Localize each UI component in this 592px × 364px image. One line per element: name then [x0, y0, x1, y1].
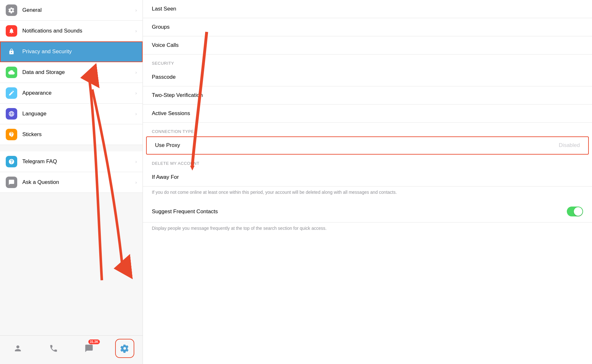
- settings-row-active-sessions[interactable]: Active Sessions: [143, 105, 592, 123]
- sidebar-items-list: General › Notifications and Sounds › Pri…: [0, 0, 143, 335]
- sidebar-item-label-general: General: [22, 7, 135, 13]
- data-icon: [6, 67, 17, 78]
- bottom-settings-button[interactable]: [115, 339, 134, 358]
- delete-account-section-header: DELETE MY ACCOUNT: [143, 155, 592, 168]
- settings-row-if-away[interactable]: If Away For: [143, 168, 592, 186]
- active-sessions-label: Active Sessions: [152, 110, 583, 117]
- settings-row-passcode[interactable]: Passcode: [143, 68, 592, 86]
- sidebar: General › Notifications and Sounds › Pri…: [0, 0, 143, 364]
- settings-list: Last Seen Groups Voice Calls SECURITY Pa…: [143, 0, 592, 237]
- chevron-icon-data: ›: [135, 70, 137, 75]
- sidebar-item-language[interactable]: Language ›: [0, 104, 143, 124]
- privacy-icon: [6, 46, 17, 57]
- stickers-icon: [6, 129, 17, 140]
- settings-row-last-seen[interactable]: Last Seen: [143, 0, 592, 18]
- voice-calls-label: Voice Calls: [152, 42, 583, 48]
- passcode-label: Passcode: [152, 74, 583, 80]
- main-content: Last Seen Groups Voice Calls SECURITY Pa…: [143, 0, 592, 364]
- faq-icon: [6, 156, 17, 167]
- ask-icon: [6, 177, 17, 188]
- bottom-profile-button[interactable]: [8, 339, 27, 358]
- two-step-label: Two-Step Verification: [152, 92, 583, 98]
- sidebar-item-data[interactable]: Data and Storage ›: [0, 62, 143, 83]
- language-icon: [6, 108, 17, 120]
- sidebar-item-label-language: Language: [22, 111, 135, 117]
- sidebar-item-label-faq: Telegram FAQ: [22, 158, 135, 165]
- sidebar-item-notifications[interactable]: Notifications and Sounds ›: [0, 21, 143, 41]
- chevron-icon-appearance: ›: [135, 91, 137, 96]
- sidebar-item-label-notifications: Notifications and Sounds: [22, 28, 135, 34]
- connection-type-section-header: CONNECTION TYPE: [143, 123, 592, 136]
- sidebar-item-ask[interactable]: Ask a Question ›: [0, 172, 143, 193]
- last-seen-label: Last Seen: [152, 6, 583, 12]
- settings-row-use-proxy[interactable]: Use Proxy Disabled: [146, 136, 589, 155]
- settings-row-groups[interactable]: Groups: [143, 18, 592, 36]
- chevron-icon-notifications: ›: [135, 28, 137, 33]
- suggest-contacts-toggle[interactable]: [567, 207, 583, 216]
- sidebar-item-label-appearance: Appearance: [22, 90, 135, 96]
- notifications-icon: [6, 25, 17, 37]
- chevron-icon-general: ›: [135, 8, 137, 13]
- bottom-messages-button[interactable]: 31.3K: [79, 339, 99, 358]
- sidebar-item-general[interactable]: General ›: [0, 0, 143, 21]
- suggest-contacts-description: Display people you message frequently at…: [143, 222, 592, 237]
- settings-row-suggest-contacts[interactable]: Suggest Frequent Contacts: [143, 201, 592, 222]
- settings-row-two-step[interactable]: Two-Step Verification: [143, 86, 592, 105]
- message-badge: 31.3K: [88, 339, 100, 344]
- appearance-icon: [6, 87, 17, 99]
- use-proxy-label: Use Proxy: [155, 142, 559, 149]
- sidebar-item-faq[interactable]: Telegram FAQ ›: [0, 151, 143, 172]
- settings-row-voice-calls[interactable]: Voice Calls: [143, 36, 592, 55]
- sidebar-item-label-ask: Ask a Question: [22, 179, 135, 186]
- if-away-description: If you do not come online at least once …: [143, 186, 592, 201]
- general-icon: [6, 4, 17, 16]
- security-section-header: SECURITY: [143, 55, 592, 68]
- chevron-icon-ask: ›: [135, 180, 137, 185]
- sidebar-item-appearance[interactable]: Appearance ›: [0, 83, 143, 104]
- chevron-icon-language: ›: [135, 111, 137, 116]
- sidebar-item-label-stickers: Stickers: [22, 131, 137, 138]
- if-away-label: If Away For: [152, 174, 583, 180]
- sidebar-item-label-privacy: Privacy and Security: [22, 48, 137, 55]
- suggest-contacts-label: Suggest Frequent Contacts: [152, 208, 567, 215]
- bottom-tab-bar: 31.3K: [0, 335, 143, 364]
- bottom-calls-button[interactable]: [44, 339, 63, 358]
- sidebar-item-label-data: Data and Storage: [22, 69, 135, 76]
- chevron-icon-faq: ›: [135, 159, 137, 164]
- sidebar-item-stickers[interactable]: Stickers: [0, 124, 143, 145]
- groups-label: Groups: [152, 24, 583, 30]
- sidebar-item-privacy[interactable]: Privacy and Security: [0, 41, 143, 62]
- use-proxy-value: Disabled: [559, 142, 580, 149]
